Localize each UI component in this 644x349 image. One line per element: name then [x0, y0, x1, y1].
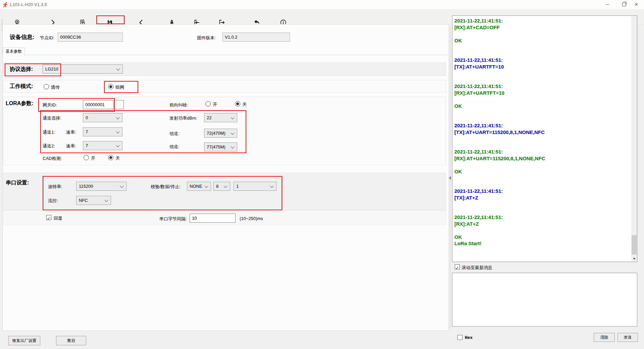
node-id-field[interactable]: 0009CC36 [58, 33, 123, 42]
serial-band [3, 173, 446, 210]
log-output[interactable]: 2021-11-22,11:41:51:[RX]:AT+CAD=OFF OK 2… [454, 17, 626, 260]
log-line: 2021-11-22,11:41:51: [454, 214, 626, 221]
log-line: [RX]:AT+UARTFT=10 [454, 90, 626, 96]
clear-button[interactable]: 清除 [594, 333, 615, 342]
log-line [454, 208, 626, 214]
cad-off-radio[interactable] [108, 155, 113, 160]
fec-off-label: 关 [242, 101, 247, 107]
work-mode-label: 工作模式: [10, 83, 33, 90]
log-line [454, 116, 626, 123]
log-line [454, 44, 626, 50]
log-line: 2021-11-22,11:41:51: [454, 83, 626, 90]
fec-off-radio[interactable] [235, 101, 240, 106]
channel1-freq-select[interactable]: 72(470M) [204, 129, 237, 138]
work-mode-band [3, 80, 446, 93]
parity-data-stop-label: 校验/数据/停止: [151, 184, 181, 190]
log-line: OK [454, 37, 626, 44]
log-line: OK [454, 103, 626, 110]
byte-interval-label: 串口字节间隔: [159, 216, 187, 222]
factory-reset-button[interactable]: 恢复出厂设置 [8, 336, 40, 345]
work-mode-networking-radio[interactable] [108, 84, 113, 89]
fec-on-radio[interactable] [205, 101, 211, 106]
log-scrollbar-down-icon[interactable] [631, 256, 637, 262]
tx-power-label: 发射功率dBm: [169, 115, 197, 121]
protocol-label: 协议选择: [10, 66, 33, 73]
log-line [454, 109, 626, 116]
channel-select[interactable]: 0 [83, 113, 122, 122]
chevron-down-icon [116, 115, 119, 119]
gateway-id-extra-field[interactable] [114, 100, 124, 109]
channel2-label: 通道2: [43, 143, 55, 149]
work-mode-transparent-radio[interactable] [44, 84, 49, 89]
hex-label: Hex [465, 335, 473, 340]
stop-bits-select[interactable]: 1 [234, 182, 277, 191]
close-button[interactable] [629, 0, 644, 9]
log-line: 2021-11-22,11:41:51: [454, 57, 626, 63]
echo-label: 回显 [54, 215, 62, 221]
splitter-collapse-icon[interactable] [449, 176, 451, 180]
app-logo-icon [3, 2, 8, 7]
baud-select[interactable]: 115200 [76, 182, 127, 191]
minimize-icon [605, 4, 609, 5]
channel1-rate-label: 速率: [66, 129, 76, 135]
fec-label: 前向纠错: [169, 102, 188, 108]
log-line: OK [454, 168, 626, 175]
log-scrollbar-track[interactable] [631, 16, 637, 262]
firmware-version-field[interactable]: V1.0.2 [222, 33, 290, 42]
data-bits-select[interactable]: 8 [213, 182, 230, 191]
log-line: 2021-11-22,11:41:51: [454, 148, 626, 155]
channel2-rate-select[interactable]: 7 [83, 141, 122, 150]
restore-icon [622, 3, 626, 6]
log-line: [RX]:AT+UART=115200,8,1,NONE,NFC [454, 155, 626, 162]
echo-checkbox[interactable] [46, 215, 51, 220]
scroll-latest-checkbox[interactable] [455, 264, 460, 269]
cad-off-label: 关 [115, 155, 120, 161]
parity-select[interactable]: NONE [187, 182, 211, 191]
log-line [454, 31, 626, 37]
tab-basic-params[interactable]: 基本参数 [3, 47, 25, 55]
minimize-button[interactable] [599, 0, 615, 9]
cad-on-radio[interactable] [84, 155, 89, 160]
lora-section-header: LORA参数: [6, 100, 34, 107]
send-button[interactable]: 发送 [617, 333, 638, 342]
channel1-freq-label: 信道: [169, 131, 180, 137]
log-line [454, 135, 626, 142]
cad-on-label: 开 [91, 155, 95, 161]
log-line [454, 162, 626, 168]
restart-button[interactable]: 重启 [56, 336, 86, 345]
chevron-down-icon [231, 144, 234, 148]
log-line: [RX]:AT+Z [454, 221, 626, 227]
channel2-freq-label: 信道: [169, 144, 180, 150]
byte-interval-hint: (10~250)ms [240, 216, 263, 221]
flow-control-select[interactable]: NFC [76, 196, 111, 205]
log-line [454, 70, 626, 77]
channel1-rate-select[interactable]: 7 [83, 127, 122, 136]
tab-strip-line [3, 55, 448, 55]
work-mode-transparent-label: 透传 [51, 84, 60, 90]
baud-label: 波特率: [48, 184, 62, 190]
log-line: [TX]:AT+UARTFT=10 [454, 63, 626, 70]
close-icon [635, 1, 638, 8]
gateway-id-label: 网关ID: [43, 102, 57, 108]
title-bar: L101-L-H20 V1.3.5 [0, 0, 644, 9]
log-line: 2021-11-22,11:41:51: [454, 188, 626, 194]
tx-power-select[interactable]: 22 [204, 113, 237, 122]
byte-interval-field[interactable]: 10 [190, 214, 236, 223]
channel2-freq-select[interactable]: 77(475M) [204, 142, 237, 151]
work-mode-networking-label: 组网 [115, 84, 124, 90]
log-line: [TX]:AT+Z [454, 194, 626, 201]
chevron-down-icon [116, 67, 120, 70]
scroll-latest-label: 滚动至最新消息 [462, 265, 492, 271]
window-title: L101-L-H20 V1.3.5 [10, 2, 47, 7]
log-line: 2021-11-22,11:41:51: [454, 122, 626, 129]
log-line: LoRa Start! [454, 240, 626, 247]
chevron-down-icon [231, 115, 234, 119]
protocol-select[interactable]: LG210 [43, 64, 123, 74]
hex-checkbox[interactable] [457, 335, 462, 340]
send-input[interactable] [452, 273, 637, 326]
log-line [454, 201, 626, 208]
log-line [454, 77, 626, 83]
gateway-id-field[interactable]: 00000001 [83, 100, 114, 109]
log-scrollbar-thumb[interactable] [632, 235, 637, 255]
log-line [454, 96, 626, 103]
